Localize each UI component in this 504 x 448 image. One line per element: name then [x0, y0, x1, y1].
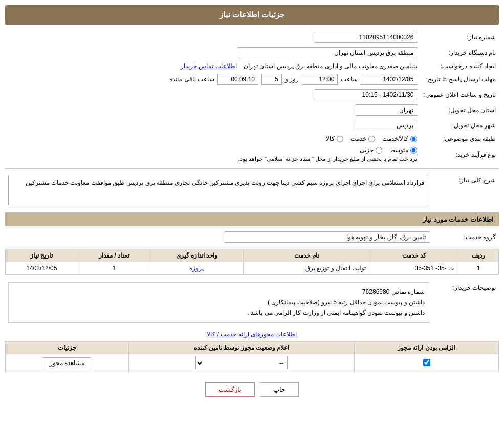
perm-status-select[interactable]: --: [195, 357, 288, 369]
need-number-label: شماره نیاز:: [420, 30, 499, 45]
perm-details-cell: مشاهده مجوز: [6, 354, 129, 372]
permits-section-title[interactable]: اطلاعات مجوزهای ارائه خدمت / کالا: [207, 331, 297, 338]
radio-motavasset[interactable]: متوسط: [389, 146, 417, 154]
cell-date: 1402/12/05: [6, 262, 78, 275]
cell-unit: پروژه: [150, 262, 243, 275]
col-name: نام خدمت: [243, 249, 370, 262]
perm-col-required: الزامی بودن ارائه مجوز: [355, 342, 499, 354]
permits-row: -- مشاهده مجوز: [6, 354, 499, 372]
print-button[interactable]: چاپ: [260, 382, 299, 397]
perm-required-cell: [355, 354, 499, 372]
org-label: نام دستگاه خریدار:: [420, 45, 499, 60]
services-section-header: اطلاعات خدمات مورد نیاز: [5, 212, 499, 226]
buyer-phone: شماره تماس 76286980: [13, 287, 425, 297]
cell-code: ت -35- 351-35: [370, 262, 458, 275]
services-group-row: گروه خدمت:: [5, 229, 499, 245]
org-input[interactable]: [238, 47, 417, 58]
deadline-days-input[interactable]: [261, 74, 282, 85]
category-label: طبقه بندی موضوعی:: [420, 133, 499, 144]
deadline-date-input[interactable]: [361, 74, 417, 85]
footer-buttons: چاپ بازگشت: [5, 382, 499, 407]
group-label: گروه خدمت:: [432, 229, 499, 245]
page-title: جزئیات اطلاعات نیاز: [5, 5, 499, 25]
col-unit: واحد اندازه گیری: [150, 249, 243, 262]
days-label: روز و: [285, 76, 299, 83]
remain-label: ساعت باقی مانده: [169, 76, 214, 83]
perm-required-checkbox[interactable]: [423, 359, 430, 366]
view-permit-button[interactable]: مشاهده مجوز: [43, 357, 91, 369]
permits-table: الزامی بودن ارائه مجوز اعلام وضعیت مجوز …: [5, 341, 499, 372]
table-row: 1 ت -35- 351-35 تولید، انتقال و توزیع بر…: [6, 262, 499, 275]
deadline-remain-input[interactable]: [217, 74, 258, 85]
description-label: شرح کلی نیاز:: [432, 173, 499, 207]
process-label: نوع فرآیند خرید:: [420, 144, 499, 164]
deadline-label: مهلت ارسال پاسخ: تا تاریخ:: [420, 72, 499, 87]
province-input[interactable]: [356, 104, 417, 116]
cell-row: 1: [458, 262, 498, 275]
perm-col-status: اعلام وضعیت مجوز توسط نامین کننده: [128, 342, 355, 354]
announce-input[interactable]: [315, 89, 417, 100]
buyer-line1: داشتن و پیوست نمودن حداقل رتبه 5 نیرو (ص…: [13, 297, 425, 307]
radio-khedmat[interactable]: خدمت: [350, 135, 375, 142]
cell-name: تولید، انتقال و توزیع برق: [243, 262, 370, 275]
buyer-notes-label: توضیحات خریدار:: [432, 280, 499, 325]
process-note: پرداخت تمام یا بخشی از مبلغ خریدار از مح…: [8, 156, 417, 162]
description-text: قرارداد استعلامی برای اجرای اجرای پروژه …: [8, 175, 429, 205]
description-section: شرح کلی نیاز: قرارداد استعلامی برای اجرا…: [5, 173, 499, 207]
province-label: استان محل تحویل:: [420, 102, 499, 118]
need-number-input[interactable]: [315, 32, 417, 43]
col-date: تاریخ نیاز: [6, 249, 78, 262]
buyer-line2: داشتن و پیوست نمودن گواهینامه ایمنی از و…: [13, 308, 425, 318]
deadline-time-input[interactable]: [302, 74, 338, 85]
radio-kala-khedmat[interactable]: کالا/خدمت: [382, 135, 417, 142]
group-input[interactable]: [225, 231, 429, 243]
buyer-notes-text: شماره تماس 76286980 داشتن و پیوست نمودن …: [8, 282, 429, 323]
back-button[interactable]: بازگشت: [205, 382, 255, 397]
col-row: ردیف: [458, 249, 498, 262]
contact-link[interactable]: اطلاعات تماس خریدار: [181, 62, 237, 70]
city-label: شهر محل تحویل:: [420, 118, 499, 133]
col-code: کد خدمت: [370, 249, 458, 262]
services-table: ردیف کد خدمت نام خدمت واحد اندازه گیری ت…: [5, 249, 499, 275]
info-section: شماره نیاز: نام دستگاه خریدار: ایجاد کنن…: [5, 30, 499, 164]
col-qty: تعداد / مقدار: [78, 249, 150, 262]
buyer-notes-section: توضیحات خریدار: شماره تماس 76286980 داشت…: [5, 280, 499, 325]
perm-status-cell: --: [128, 354, 355, 372]
city-input[interactable]: [356, 120, 417, 131]
time-label: ساعت: [341, 76, 358, 83]
creator-label: ایجاد کننده درخواست:: [420, 60, 499, 72]
perm-col-details: جزئیات: [6, 342, 129, 354]
radio-jozi[interactable]: جزیی: [360, 146, 382, 154]
announce-label: تاریخ و ساعت اعلان عمومی:: [420, 87, 499, 102]
radio-kala[interactable]: کالا: [326, 135, 343, 142]
creator-value: بنیامین صفدری معاونت مالی و اداری منطقه …: [244, 62, 417, 70]
cell-qty: 1: [78, 262, 150, 275]
